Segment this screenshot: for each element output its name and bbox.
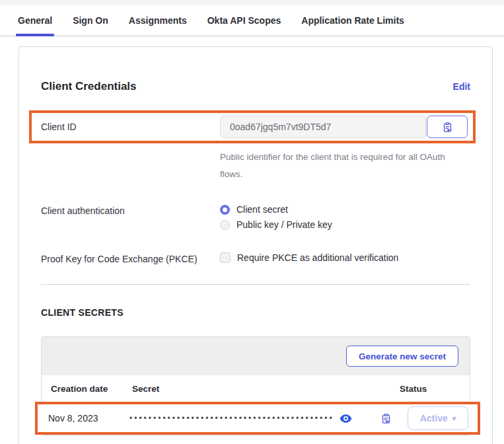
radio-option-label: Public key / Private key: [236, 219, 332, 230]
table-row: Nov 8, 2023 ••••••••••••••••••••••••••••…: [38, 404, 478, 432]
radio-option-label: Client secret: [236, 204, 288, 215]
client-secrets-heading: CLIENT SECRETS: [41, 307, 470, 318]
status-label: Active: [420, 413, 448, 424]
tab-okta-api-scopes[interactable]: Okta API Scopes: [207, 5, 281, 36]
client-id-annotation-box: Client ID: [29, 110, 476, 143]
client-authentication-label: Client authentication: [41, 204, 220, 216]
status-dropdown[interactable]: Active ▾: [408, 406, 468, 430]
secrets-table-header: Creation date Secret Status: [42, 375, 470, 402]
reveal-secret-button[interactable]: [338, 412, 353, 425]
clipboard-copy-icon: [442, 122, 453, 133]
client-secrets-panel: Generate new secret Creation date Secret…: [41, 336, 470, 435]
header-creation-date: Creation date: [51, 384, 132, 394]
pkce-row: Proof Key for Code Exchange (PKCE) Requi…: [41, 252, 470, 264]
client-id-input-group: [220, 116, 468, 138]
section-divider: [41, 284, 470, 285]
tab-assignments[interactable]: Assignments: [129, 5, 187, 36]
radio-unselected-icon[interactable]: [220, 220, 230, 230]
pkce-label: Proof Key for Code Exchange (PKCE): [41, 252, 220, 264]
pkce-checkbox[interactable]: [220, 252, 231, 263]
header-status: Status: [400, 384, 460, 394]
chevron-down-icon: ▾: [452, 414, 456, 423]
header-secret: Secret: [132, 384, 400, 394]
top-strip: [0, 0, 504, 5]
radio-option-public-private-key: Public key / Private key: [220, 219, 332, 230]
edit-link[interactable]: Edit: [453, 81, 470, 92]
tab-sign-on[interactable]: Sign On: [73, 5, 108, 36]
tab-general[interactable]: General: [18, 5, 52, 36]
client-secrets-toolbar: Generate new secret: [42, 337, 470, 375]
radio-selected-icon[interactable]: [220, 205, 230, 215]
client-id-input[interactable]: [220, 116, 426, 138]
pkce-option: Require PKCE as additional verification: [220, 252, 398, 263]
radio-option-client-secret: Client secret: [220, 204, 332, 215]
client-credentials-header: Client Credentials Edit: [41, 80, 470, 93]
pkce-checkbox-label: Require PKCE as additional verification: [237, 252, 398, 263]
client-id-row: Client ID: [41, 116, 470, 138]
copy-client-id-button[interactable]: [427, 116, 468, 138]
secret-cell: ••••••••••••••••••••••••••••••••••••••••…: [129, 412, 379, 425]
generate-new-secret-button[interactable]: Generate new secret: [346, 346, 458, 367]
client-authentication-options: Client secret Public key / Private key: [220, 204, 332, 230]
tab-bar: General Sign On Assignments Okta API Sco…: [0, 5, 504, 36]
copy-secret-button[interactable]: [379, 412, 393, 426]
client-authentication-row: Client authentication Client secret Publ…: [41, 204, 470, 230]
clipboard-copy-icon: [380, 413, 392, 424]
secret-creation-date: Nov 8, 2023: [48, 413, 129, 424]
eye-icon: [340, 414, 352, 424]
secret-row-annotation-box: Nov 8, 2023 ••••••••••••••••••••••••••••…: [35, 402, 480, 435]
masked-secret-value: ••••••••••••••••••••••••••••••••••••••••…: [129, 414, 334, 422]
client-id-help-text: Public identifier for the client that is…: [220, 149, 452, 183]
section-title: Client Credentials: [41, 80, 137, 93]
client-id-label: Client ID: [41, 122, 220, 132]
tab-application-rate-limits[interactable]: Application Rate Limits: [301, 5, 404, 36]
general-settings-card: Client Credentials Edit Client ID: [18, 46, 493, 444]
